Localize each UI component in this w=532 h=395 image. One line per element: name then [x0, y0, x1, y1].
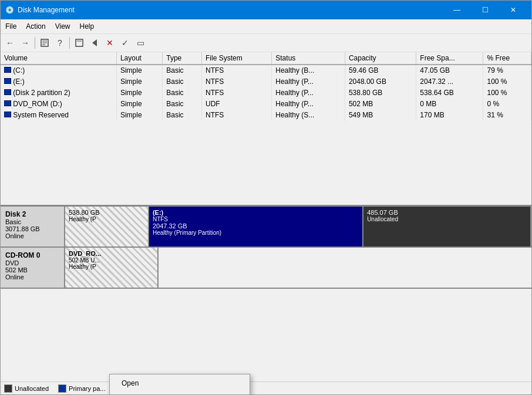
minimize-button[interactable]: —: [443, 4, 470, 16]
maximize-button[interactable]: ☐: [472, 4, 499, 16]
vol-status: Healthy (P...: [272, 76, 345, 87]
properties-button[interactable]: [38, 36, 52, 50]
ctx-item-explore[interactable]: Explore: [110, 390, 250, 394]
legend-primary-label: Primary pa...: [69, 385, 105, 392]
disk-map-scroll[interactable]: Disk 2 Basic 3071.88 GB Online 538.80 GB…: [1, 207, 531, 382]
title-bar-left: 💿 Disk Management: [5, 6, 75, 14]
disk2-partition-e[interactable]: (E:) NTFS 2047.32 GB Healthy (Primary Pa…: [149, 207, 363, 247]
volumes-table: Volume Layout Type File System Status Ca…: [1, 52, 531, 121]
vol-name: (Disk 2 partition 2): [1, 87, 116, 99]
col-freespace[interactable]: Free Spa...: [416, 52, 483, 65]
vol-layout: Simple: [116, 110, 162, 121]
legend-unallocated-label: Unallocated: [15, 385, 49, 392]
vol-type: Basic: [163, 76, 202, 87]
vol-type: Basic: [163, 99, 202, 110]
col-filesystem[interactable]: File System: [201, 52, 271, 65]
toolbar: ← → ? ✕ ✓ ▭: [1, 34, 531, 52]
legend-unallocated: Unallocated: [4, 384, 49, 393]
forward-button[interactable]: →: [18, 36, 32, 50]
vol-name: (C:): [1, 65, 116, 76]
vol-status: Healthy (P...: [272, 99, 345, 110]
context-menu: OpenExploreMark Partition as ActiveChang…: [109, 374, 250, 394]
table-row[interactable]: (E:)SimpleBasicNTFSHealthy (P...2048.00 …: [1, 76, 531, 87]
cdrom-label: CD-ROM 0 DVD 502 MB Online: [1, 248, 65, 288]
col-capacity[interactable]: Capacity: [345, 52, 416, 65]
vol-pct: 0 %: [483, 99, 531, 110]
map-button[interactable]: ▭: [133, 36, 147, 50]
vol-fs: NTFS: [201, 76, 271, 87]
close-button[interactable]: ✕: [500, 4, 527, 16]
vol-fs: NTFS: [201, 87, 271, 99]
vol-free: 2047.32 ...: [416, 76, 483, 87]
vol-status: Healthy (S...: [272, 110, 345, 121]
menu-view[interactable]: View: [50, 21, 75, 32]
vol-free: 538.64 GB: [416, 87, 483, 99]
legend-unallocated-box: [4, 384, 12, 393]
col-type[interactable]: Type: [163, 52, 202, 65]
table-row[interactable]: (C:)SimpleBasicNTFSHealthy (B...59.46 GB…: [1, 65, 531, 76]
vol-pct: 100 %: [483, 76, 531, 87]
window-title: Disk Management: [18, 6, 75, 14]
table-row[interactable]: System ReservedSimpleBasicNTFSHealthy (S…: [1, 110, 531, 121]
vol-layout: Simple: [116, 65, 162, 76]
toolbar-separator-2: [69, 37, 70, 49]
vol-layout: Simple: [116, 76, 162, 87]
disk-row-2: Disk 2 Basic 3071.88 GB Online 538.80 GB…: [1, 207, 531, 248]
vol-type: Basic: [163, 87, 202, 99]
back-button[interactable]: ←: [3, 36, 17, 50]
vol-layout: Simple: [116, 99, 162, 110]
main-area: Volume Layout Type File System Status Ca…: [1, 52, 531, 394]
vol-name: System Reserved: [1, 110, 116, 121]
vol-layout: Simple: [116, 87, 162, 99]
cdrom-partition[interactable]: DVD_RO... 502 MB U... Healthy (P: [65, 248, 159, 288]
vol-pct: 100 %: [483, 87, 531, 99]
col-status[interactable]: Status: [272, 52, 345, 65]
col-volume[interactable]: Volume: [1, 52, 116, 65]
cdrom-partitions: DVD_RO... 502 MB U... Healthy (P: [65, 248, 531, 288]
disk-map-panel: Disk 2 Basic 3071.88 GB Online 538.80 GB…: [1, 207, 531, 394]
help-button[interactable]: ?: [53, 36, 67, 50]
vol-fs: NTFS: [201, 110, 271, 121]
refresh-button[interactable]: [72, 36, 86, 50]
ctx-item-open[interactable]: Open: [110, 376, 250, 390]
menu-action[interactable]: Action: [21, 21, 50, 32]
vol-capacity: 2048.00 GB: [345, 76, 416, 87]
disk-2-partitions: 538.80 GB Healthy (P (E:) NTFS 2047.32 G…: [65, 207, 531, 247]
vol-free: 0 MB: [416, 99, 483, 110]
vol-fs: NTFS: [201, 65, 271, 76]
window-icon: 💿: [5, 6, 14, 14]
vol-capacity: 538.80 GB: [345, 87, 416, 99]
vol-free: 170 MB: [416, 110, 483, 121]
menu-bar: File Action View Help: [1, 19, 531, 34]
title-bar: 💿 Disk Management — ☐ ✕: [1, 1, 531, 19]
volumes-panel: Volume Layout Type File System Status Ca…: [1, 52, 531, 207]
arrow-left-button[interactable]: [87, 36, 102, 50]
table-row[interactable]: (Disk 2 partition 2)SimpleBasicNTFSHealt…: [1, 87, 531, 99]
col-layout[interactable]: Layout: [116, 52, 162, 65]
menu-file[interactable]: File: [1, 21, 21, 32]
vol-type: Basic: [163, 110, 202, 121]
col-pctfree[interactable]: % Free: [483, 52, 531, 65]
check-button[interactable]: ✓: [118, 36, 132, 50]
svg-rect-4: [76, 39, 83, 46]
toolbar-separator-1: [35, 37, 35, 49]
vol-capacity: 502 MB: [345, 99, 416, 110]
menu-help[interactable]: Help: [75, 21, 99, 32]
vol-status: Healthy (P...: [272, 87, 345, 99]
vol-name: (E:): [1, 76, 116, 87]
legend-primary: Primary pa...: [58, 384, 105, 393]
status-bar: Unallocated Primary pa...: [1, 382, 531, 394]
vol-fs: UDF: [201, 99, 271, 110]
disk2-unallocated[interactable]: 485.07 GB Unallocated: [363, 207, 531, 247]
vol-status: Healthy (B...: [272, 65, 345, 76]
vol-capacity: 549 MB: [345, 110, 416, 121]
delete-button[interactable]: ✕: [103, 36, 117, 50]
vol-capacity: 59.46 GB: [345, 65, 416, 76]
vol-pct: 79 %: [483, 65, 531, 76]
vol-free: 47.05 GB: [416, 65, 483, 76]
disk-row-cdrom: CD-ROM 0 DVD 502 MB Online DVD_RO... 502…: [1, 248, 531, 289]
table-row[interactable]: DVD_ROM (D:)SimpleBasicUDFHealthy (P...5…: [1, 99, 531, 110]
disk2-partition-1[interactable]: 538.80 GB Healthy (P: [65, 207, 149, 247]
legend-primary-box: [58, 384, 66, 393]
vol-pct: 31 %: [483, 110, 531, 121]
